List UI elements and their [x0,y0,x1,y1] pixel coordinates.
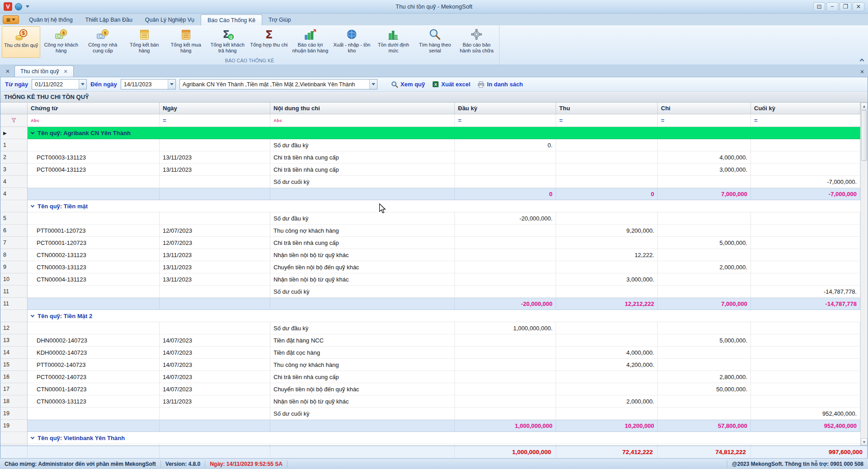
minimize-icon[interactable]: − [826,2,838,11]
table-row[interactable]: 9CTN00003-13112313/11/2023Chuyển tiền nộ… [0,261,860,273]
group-header-cell[interactable]: Tên quỹ: Tiền mặt [28,200,860,212]
quick-access-icon[interactable] [15,3,22,10]
from-date-dropdown-icon[interactable] [79,80,86,89]
column-header-closing[interactable]: Cuối kỳ [751,103,860,114]
export-excel-button[interactable]: X Xuất excel [430,81,472,88]
column-header-income[interactable]: Thu [556,103,658,114]
cell-chi [658,359,751,371]
view-fund-button[interactable]: Xem quỹ [389,81,427,88]
table-row[interactable]: 16PCT00002-14072314/07/2023Chi trả tiền … [0,371,860,383]
table-row[interactable]: 8CTN00002-13112313/11/2023Nhận tiền nội … [0,249,860,261]
table-row[interactable]: 13DHN00002-14072314/07/2023Tiền đặt hàng… [0,334,860,347]
filter-cell-opening[interactable]: = [455,114,556,127]
fullscreen-icon[interactable]: ⊡ [813,2,825,11]
menu-tab-report-statistics[interactable]: Báo Cáo Thống Kê [201,14,262,25]
vertical-scrollbar[interactable]: ▲ ▼ [860,103,868,446]
ribbon-item-label: Thu chi tồn quỹ [4,42,38,48]
ribbon-item-income-expense-summary[interactable]: ΣTổng hợp thu chi [248,26,289,58]
from-date-input[interactable]: 01/11/2022 [32,79,87,89]
table-row[interactable]: 7PCT00001-12072312/07/2023Chi trả tiền n… [0,237,860,249]
cell-chi [658,395,751,408]
ribbon-item-cash-fund-report[interactable]: $Thu chi tồn quỹ [2,26,40,58]
summary-cell-desc [270,420,455,432]
group-header-cell[interactable]: Tên quỹ: Vietinbank Yên Thành [28,432,860,444]
scroll-down-icon[interactable]: ▼ [861,438,868,446]
table-row[interactable]: 11Số dư cuối kỳ-14,787,778. [0,286,860,298]
ribbon-item-below-minimum-stock[interactable]: Tồn dưới định mức [373,26,414,58]
collapse-chevron-icon[interactable] [31,313,34,317]
column-header-date[interactable]: Ngày [160,103,270,114]
table-row[interactable]: 2PCT00003-13112313/11/2023Chi trả tiền n… [0,151,860,164]
ribbon-item-warranty-repair-report[interactable]: Báo cáo bảo hành sửa chữa [456,26,497,58]
document-tab-close-icon[interactable]: ✕ [63,69,67,75]
filter-cell-description[interactable]: Abc [270,114,455,127]
cell-chi: 2,000,000. [658,261,751,273]
column-header-description[interactable]: Nội dung thu chi [270,103,455,114]
ribbon-item-sales-summary[interactable]: Tổng kết bán hàng [123,26,165,58]
close-document-icon[interactable]: ✕ [860,69,864,75]
close-tab-left-icon[interactable]: ✕ [4,67,12,75]
cell-date: 14/07/2023 [160,359,270,371]
cell-cuoi [751,395,860,408]
collapse-chevron-icon[interactable] [31,130,34,134]
filter-cell-income[interactable]: = [556,114,658,127]
table-row[interactable]: 1Số dư đầu kỳ0. [0,139,860,151]
column-header-expense[interactable]: Chi [658,103,751,114]
ribbon-item-customer-debt[interactable]: $Công nợ khách hàng [40,26,82,58]
table-row[interactable]: 6PTT00001-12072312/07/2023Thu công nợ kh… [0,225,860,237]
table-row[interactable]: 19Số dư cuối kỳ952,400,000. [0,408,860,420]
table-row[interactable]: 14KDH00002-14072314/07/2023Tiền đặt cọc … [0,347,860,359]
table-row[interactable]: 3PCT00004-13112313/11/2023Chi trả tiền n… [0,164,860,176]
quick-access-dropdown-icon[interactable] [26,5,29,8]
collapse-chevron-icon[interactable] [31,203,34,207]
group-header-cell[interactable]: Tên quỹ: Agribank CN Yên Thành [28,127,860,139]
document-tab-active[interactable]: Thu chi tồn quỹ ✕ [14,66,74,77]
summary-cell-cuoi: -7,000,000 [751,188,860,200]
menu-tab-initial-setup[interactable]: Thiết Lập Ban Đầu [79,14,139,25]
group-header-cell[interactable]: Tên quỹ: Tiền Mặt 2 [28,310,860,322]
maximize-icon[interactable]: ❐ [840,2,851,11]
table-row[interactable]: 5Số dư đầu kỳ-20,000,000. [0,212,860,225]
filter-cell-document[interactable]: Abc [28,114,160,127]
fund-select[interactable]: Agribank CN Yên Thành ,Tiền mặt ,Tiền Mặ… [179,79,377,89]
ribbon-item-find-by-serial[interactable]: Tìm hàng theo serial [414,26,456,58]
ribbon-item-inventory-in-out[interactable]: Xuất - nhập - tồn kho [331,26,373,58]
table-row[interactable]: 12Số dư đầu kỳ1,000,000,000. [0,322,860,334]
ribbon-collapse-icon[interactable] [860,59,864,63]
table-row[interactable]: 10CTN00004-13112313/11/2023Nhận tiền nội… [0,273,860,286]
to-date-input[interactable]: 14/11/2023 [121,79,176,89]
to-date-dropdown-icon[interactable] [168,80,175,89]
collapse-chevron-icon[interactable] [31,435,34,439]
app-menu-button[interactable]: ▦ [3,15,19,24]
scrollbar-thumb[interactable] [861,110,867,161]
filter-cell-closing[interactable]: = [751,114,860,127]
ribbon-item-supplier-debt[interactable]: $Công nợ nhà cung cấp [82,26,123,58]
group-row[interactable]: ▶Tên quỹ: Agribank CN Yên Thành [0,127,860,139]
table-row[interactable]: 18CTN00003-13112313/11/2023Nhận tiền nội… [0,395,860,408]
scroll-up-icon[interactable]: ▲ [861,103,868,110]
column-header-opening[interactable]: Đầu kỳ [455,103,556,114]
filter-cell-date[interactable]: = [160,114,270,127]
column-header-document[interactable]: Chứng từ [28,103,160,114]
filter-cell-expense[interactable]: = [658,114,751,127]
menu-tab-business-management[interactable]: Quản Lý Nghiệp Vụ [139,14,201,25]
group-row[interactable]: Tên quỹ: Tiền Mặt 2 [0,310,860,322]
group-row[interactable]: Tên quỹ: Vietinbank Yên Thành [0,432,860,444]
table-row[interactable]: 17CTN00001-14072314/07/2023Chuyển tiền n… [0,383,860,395]
equals-filter-icon: = [163,117,166,124]
fund-select-dropdown-icon[interactable] [369,80,377,89]
ribbon-item-sales-profit-report[interactable]: Báo cáo lợi nhuận bán hàng [289,26,331,58]
ribbon-item-purchase-summary[interactable]: Tổng kết mua hàng [165,26,207,58]
close-icon[interactable]: ✕ [853,2,864,11]
group-row[interactable]: Tên quỹ: Tiền mặt [0,200,860,212]
app-logo-icon[interactable]: V [4,2,12,11]
ribbon-item-customer-return-summary[interactable]: ΣQTổng kết khách trả hàng [207,26,248,58]
menu-tab-help[interactable]: Trợ Giúp [262,14,297,25]
summary-cell-thu: 0 [556,188,658,200]
table-row[interactable]: 4Số dư cuối kỳ-7,000,000. [0,176,860,188]
table-row[interactable]: 15PTT00002-14072314/07/2023Thu công nợ k… [0,359,860,371]
print-list-button[interactable]: In danh sách [476,81,524,88]
menu-tab-system-admin[interactable]: Quản trị hệ thống [23,14,79,25]
summary-cell-date [160,420,270,432]
cell-chi [658,408,751,420]
